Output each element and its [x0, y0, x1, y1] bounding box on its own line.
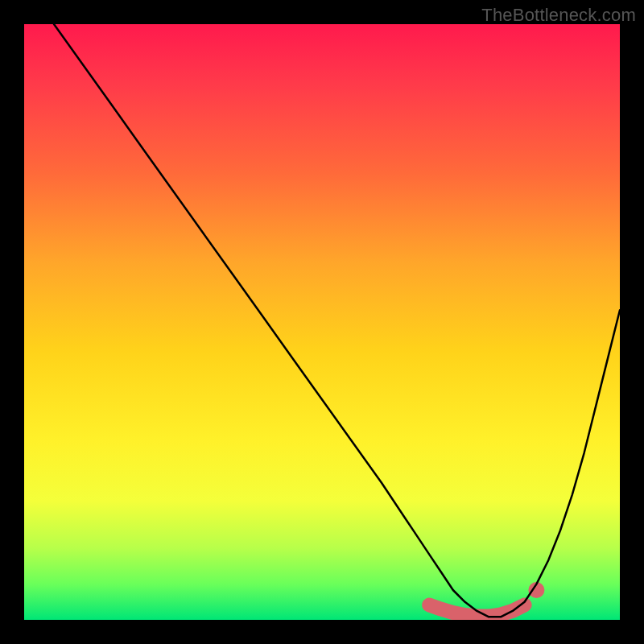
chart-frame: TheBottleneck.com	[0, 0, 644, 644]
series-curve	[54, 24, 620, 617]
plot-area	[24, 24, 620, 620]
watermark-text: TheBottleneck.com	[481, 5, 636, 26]
plot-svg	[24, 24, 620, 620]
